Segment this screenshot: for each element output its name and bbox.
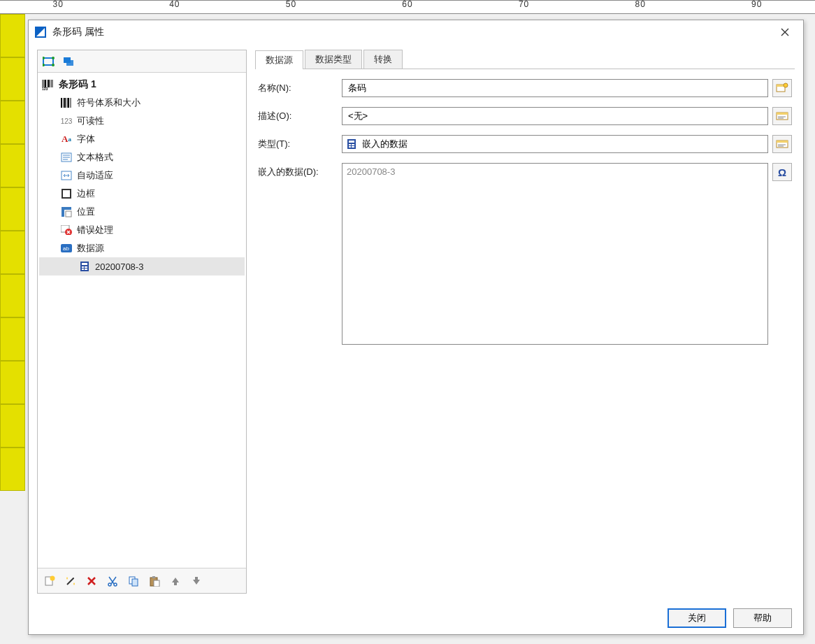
tree-item-autofit[interactable]: 自动适应	[39, 166, 245, 185]
tree-bottom-toolbar	[38, 568, 246, 593]
dialog-title: 条形码 属性	[52, 26, 771, 38]
error-icon	[60, 224, 73, 236]
svg-rect-64	[352, 146, 354, 148]
type-value: 嵌入的数据	[362, 138, 408, 150]
svg-rect-40	[82, 269, 84, 270]
name-input-field[interactable]	[347, 83, 763, 94]
desc-edit-button[interactable]	[772, 107, 792, 125]
svg-rect-63	[349, 146, 351, 148]
svg-rect-56	[777, 113, 788, 115]
svg-point-44	[73, 578, 74, 579]
cut-button[interactable]	[103, 572, 122, 590]
titlebar: 条形码 属性	[29, 20, 803, 44]
svg-point-6	[52, 64, 55, 66]
svg-rect-2	[43, 58, 53, 65]
barcode-icon: 123	[42, 78, 55, 91]
close-icon[interactable]	[771, 22, 799, 42]
type-label: 类型(T):	[258, 135, 335, 150]
datasource-form: 名称(N): 描述(O):	[255, 69, 795, 348]
svg-point-46	[114, 583, 117, 586]
property-tree[interactable]: 123 条形码 1 符号体系和大小 123 可读性 Aa 字体	[38, 73, 246, 568]
background-ruler: 30 40 50 60 70 80 90	[0, 0, 815, 14]
font-icon: Aa	[60, 133, 73, 145]
new-button[interactable]	[41, 572, 59, 590]
svg-point-43	[50, 575, 55, 580]
move-down-button[interactable]	[187, 572, 205, 590]
svg-rect-37	[82, 263, 87, 265]
svg-rect-41	[85, 269, 87, 270]
delete-button[interactable]	[82, 572, 101, 590]
tree-item-datasource-child[interactable]: 20200708-3	[39, 257, 245, 276]
bars-icon	[60, 96, 73, 109]
svg-text:ab: ab	[63, 245, 69, 252]
help-button[interactable]: 帮助	[733, 608, 792, 628]
tree-top-toolbar	[38, 50, 246, 73]
app-icon	[34, 26, 47, 38]
content-panel: 数据源 数据类型 转换 名称(N):	[255, 50, 795, 594]
tree-item-error-handling[interactable]: 错误处理	[39, 221, 245, 239]
embedded-data-textarea[interactable]	[342, 163, 768, 345]
desc-label: 描述(O):	[258, 107, 335, 122]
svg-point-3	[43, 57, 45, 59]
svg-rect-62	[352, 144, 354, 145]
symbol-insert-button[interactable]: Ω	[772, 163, 792, 181]
digits-icon: 123	[60, 115, 73, 127]
dialog-footer: 关闭 帮助	[29, 602, 803, 634]
svg-text:123: 123	[42, 87, 48, 90]
svg-rect-38	[82, 266, 84, 268]
tab-transform[interactable]: 转换	[363, 50, 403, 69]
tree-item-position[interactable]: 位置	[39, 203, 245, 221]
autofit-icon	[60, 169, 73, 182]
svg-rect-66	[777, 141, 788, 143]
embed-label: 嵌入的数据(D):	[258, 163, 335, 178]
name-input[interactable]	[342, 79, 768, 97]
datasource-icon: ab	[60, 242, 73, 255]
tab-datasource[interactable]: 数据源	[255, 50, 303, 69]
svg-rect-51	[154, 580, 159, 587]
tree-item-datasource[interactable]: ab 数据源	[39, 239, 245, 257]
svg-point-54	[784, 83, 788, 87]
name-edit-button[interactable]	[772, 79, 792, 97]
tree-item-text-format[interactable]: 文本格式	[39, 148, 245, 166]
tree-item-border[interactable]: 边框	[39, 185, 245, 203]
tree-panel: 123 条形码 1 符号体系和大小 123 可读性 Aa 字体	[37, 50, 247, 594]
desc-input[interactable]	[342, 107, 768, 125]
barcode-properties-dialog: 条形码 属性 123 条形码 1	[28, 20, 804, 635]
svg-rect-50	[152, 576, 155, 578]
border-icon	[60, 187, 73, 200]
svg-point-5	[43, 64, 45, 66]
svg-rect-31	[66, 211, 71, 217]
tabs: 数据源 数据类型 转换	[255, 50, 795, 69]
type-display: 嵌入的数据	[342, 135, 768, 153]
copy-button[interactable]	[124, 572, 143, 590]
tree-item-font[interactable]: Aa 字体	[39, 130, 245, 148]
svg-point-45	[108, 583, 111, 586]
embedded-data-icon	[78, 260, 91, 273]
position-icon	[60, 206, 73, 218]
expand-all-button[interactable]	[41, 52, 59, 71]
tab-datatype[interactable]: 数据类型	[305, 50, 362, 69]
tree-root-barcode[interactable]: 123 条形码 1	[39, 76, 245, 94]
svg-rect-60	[349, 141, 354, 143]
background-rows	[0, 14, 25, 491]
svg-rect-48	[132, 579, 138, 586]
embedded-data-icon	[347, 138, 358, 150]
svg-rect-39	[85, 266, 87, 268]
text-format-icon	[60, 151, 73, 164]
collapse-all-button[interactable]	[60, 52, 78, 71]
desc-input-field[interactable]	[347, 110, 763, 122]
type-edit-button[interactable]	[772, 135, 792, 153]
paste-button[interactable]	[145, 572, 164, 590]
svg-rect-8	[66, 60, 73, 66]
wizard-button[interactable]	[62, 572, 80, 590]
tree-item-readability[interactable]: 123 可读性	[39, 112, 245, 130]
svg-rect-30	[62, 207, 71, 210]
svg-rect-28	[62, 189, 71, 198]
name-label: 名称(N):	[258, 79, 335, 94]
move-up-button[interactable]	[166, 572, 185, 590]
svg-point-4	[52, 57, 55, 59]
close-button[interactable]: 关闭	[668, 608, 726, 628]
svg-rect-61	[349, 144, 351, 145]
tree-item-symbology[interactable]: 符号体系和大小	[39, 94, 245, 112]
